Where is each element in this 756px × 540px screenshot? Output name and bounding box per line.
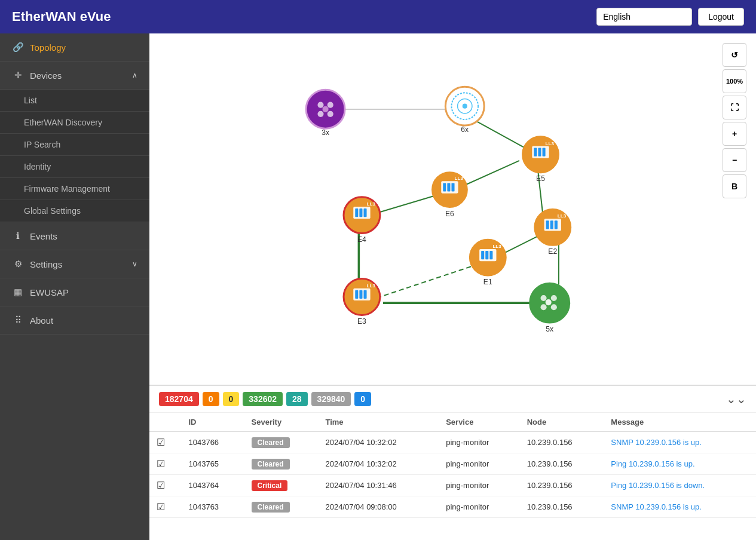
table-row: ☑ 1043764 Critical 2024/07/04 10:31:46 p… [149, 475, 756, 496]
svg-point-11 [317, 102, 323, 108]
language-selector-wrapper[interactable]: English 中文 [596, 8, 692, 26]
settings-icon: ⚙ [12, 259, 24, 269]
header: EtherWAN eVue English 中文 Logout [0, 0, 756, 33]
topology-icon: 🔗 [12, 42, 24, 53]
logout-button[interactable]: Logout [698, 8, 744, 26]
sidebar-item-about[interactable]: ⠿ About [0, 306, 149, 335]
table-row: ☑ 1043765 Cleared 2024/07/04 10:32:02 pi… [149, 453, 756, 475]
devices-icon: ✛ [12, 70, 24, 81]
zoom-in-button[interactable]: + [723, 122, 746, 146]
col-node: Node [520, 413, 604, 432]
node-6x-label: 6x [461, 125, 469, 134]
svg-text:LL3: LL3 [455, 176, 464, 181]
sidebar-item-identity[interactable]: Identity [0, 156, 149, 178]
col-checkbox [149, 413, 181, 432]
svg-point-61 [546, 299, 552, 305]
svg-rect-22 [534, 148, 537, 157]
row-message: Ping 10.239.0.156 is down. [604, 475, 756, 496]
svg-text:LL3: LL3 [367, 283, 376, 289]
svg-rect-28 [443, 183, 446, 191]
row-time: 2024/07/04 09:08:00 [318, 496, 439, 518]
badge-critical[interactable]: 182704 [159, 392, 199, 406]
sidebar-item-etherwan-discovery[interactable]: EtherWAN Discovery [0, 112, 149, 134]
sidebar-item-devices[interactable]: ✛ Devices ∧ [0, 62, 149, 90]
svg-line-7 [380, 266, 471, 297]
sidebar-item-ip-search[interactable]: IP Search [0, 134, 149, 156]
sidebar-item-topology[interactable]: 🔗 Topology [0, 33, 149, 62]
row-severity: Cleared [244, 432, 319, 453]
node-E4-label: E4 [357, 235, 366, 244]
main-layout: 🔗 Topology ✛ Devices ∧ List EtherWAN Dis… [0, 33, 756, 540]
expand-icon[interactable]: ⌄⌄ [726, 392, 746, 406]
badge-info[interactable]: 28 [286, 392, 308, 406]
row-time: 2024/07/04 10:31:46 [318, 475, 439, 496]
row-time: 2024/07/04 10:32:02 [318, 432, 439, 453]
badge-unack[interactable]: 0 [354, 392, 371, 406]
row-checkbox[interactable]: ☑ [149, 496, 181, 518]
row-severity: Cleared [244, 496, 319, 518]
row-checkbox[interactable]: ☑ [149, 453, 181, 475]
row-node: 10.239.0.156 [520, 432, 604, 453]
svg-line-4 [380, 196, 434, 212]
sidebar: 🔗 Topology ✛ Devices ∧ List EtherWAN Dis… [0, 33, 149, 540]
badge-total[interactable]: 329840 [311, 392, 351, 406]
event-table-wrapper: ID Severity Time Service Node Message ☑ … [149, 413, 756, 540]
event-table: ID Severity Time Service Node Message ☑ … [149, 413, 756, 518]
svg-rect-47 [485, 251, 488, 259]
row-id: 1043766 [181, 432, 244, 453]
refresh-button[interactable]: ↺ [723, 43, 746, 67]
sidebar-topology-label: Topology [30, 42, 66, 53]
zoom-level-button[interactable]: 100% [723, 69, 746, 93]
sidebar-about-label: About [30, 315, 53, 326]
bold-button[interactable]: B [723, 174, 746, 198]
svg-text:LL3: LL3 [558, 213, 567, 219]
events-panel: 182704 0 0 332602 28 329840 0 ⌄⌄ ID Seve… [149, 385, 756, 540]
svg-point-13 [317, 111, 323, 117]
svg-line-1 [471, 118, 531, 152]
fit-button[interactable]: ⛶ [723, 96, 746, 119]
sidebar-settings-label: Settings [30, 259, 62, 269]
svg-rect-23 [538, 148, 541, 157]
badge-minor[interactable]: 0 [223, 392, 240, 406]
node-E2-label: E2 [548, 247, 557, 256]
row-service: ping-monitor [439, 475, 520, 496]
node-E3-label: E3 [357, 317, 366, 326]
row-checkbox[interactable]: ☑ [149, 475, 181, 496]
row-checkbox[interactable]: ☑ [149, 432, 181, 453]
settings-chevron: ∨ [132, 260, 137, 268]
sidebar-item-settings[interactable]: ⚙ Settings ∨ [0, 250, 149, 278]
svg-rect-36 [363, 208, 366, 217]
svg-point-12 [328, 102, 333, 108]
svg-point-14 [328, 111, 333, 117]
col-message: Message [604, 413, 756, 432]
sidebar-devices-label: Devices [30, 70, 62, 81]
node-E6-label: E6 [445, 210, 454, 218]
sidebar-item-ewusap[interactable]: ▦ EWUSAP [0, 278, 149, 306]
sidebar-item-firmware-management[interactable]: Firmware Management [0, 178, 149, 200]
sidebar-events-label: Events [30, 231, 57, 241]
topology-svg: 3x 6x LL3 E5 [149, 33, 756, 385]
row-service: ping-monitor [439, 496, 520, 518]
sidebar-item-global-settings[interactable]: Global Settings [0, 200, 149, 222]
row-node: 10.239.0.156 [520, 453, 604, 475]
language-select[interactable]: English 中文 [596, 8, 692, 26]
row-id: 1043763 [181, 496, 244, 518]
node-3x-label: 3x [322, 128, 329, 137]
ewusap-icon: ▦ [12, 287, 24, 297]
badge-major[interactable]: 0 [203, 392, 219, 406]
svg-rect-53 [359, 290, 362, 299]
svg-line-2 [459, 161, 519, 188]
sidebar-item-events[interactable]: ℹ Events [0, 222, 149, 250]
svg-point-19 [463, 104, 467, 109]
row-time: 2024/07/04 10:32:02 [318, 453, 439, 475]
svg-rect-24 [543, 148, 546, 157]
header-right: English 中文 Logout [596, 8, 744, 26]
svg-text:LL3: LL3 [367, 201, 376, 207]
table-row: ☑ 1043766 Cleared 2024/07/04 10:32:02 pi… [149, 432, 756, 453]
svg-point-59 [541, 304, 547, 310]
svg-rect-48 [489, 251, 492, 259]
badge-cleared[interactable]: 332602 [243, 392, 283, 406]
zoom-out-button[interactable]: − [723, 148, 746, 172]
svg-rect-52 [355, 290, 358, 299]
sidebar-item-list[interactable]: List [0, 90, 149, 112]
